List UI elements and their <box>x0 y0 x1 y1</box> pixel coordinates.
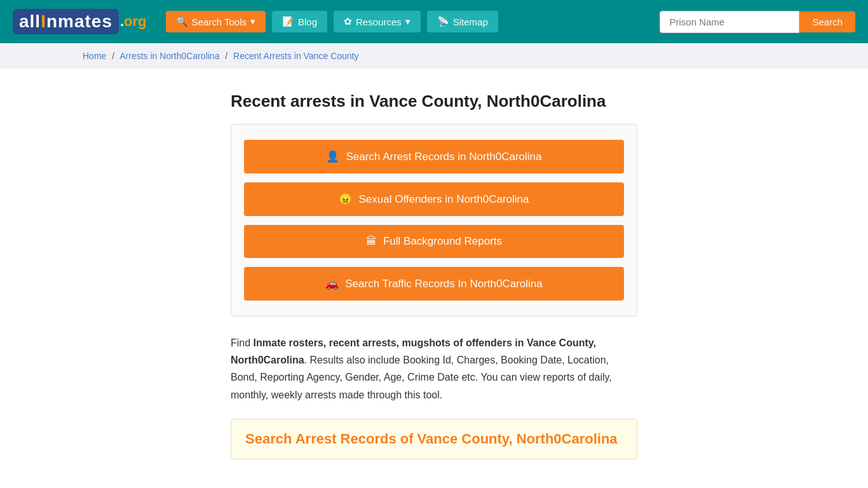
breadcrumb-sep-1: / <box>112 51 114 61</box>
traffic-records-label: Search Traffic Records In North0Carolina <box>345 278 543 290</box>
sexual-offenders-label: Sexual Offenders in North0Carolina <box>358 193 529 206</box>
resources-button[interactable]: ✿ Resources ▾ <box>334 11 421 32</box>
logo-text: allInmates <box>13 9 119 34</box>
search-arrest-records-button[interactable]: 👤 Search Arrest Records in North0Carolin… <box>244 140 624 173</box>
arrest-records-icon: 👤 <box>326 150 339 163</box>
sitemap-label: Sitemap <box>453 17 488 27</box>
resources-icon: ✿ <box>344 16 352 27</box>
arrest-records-label: Search Arrest Records in North0Carolina <box>346 151 541 163</box>
prison-search-button[interactable]: Search <box>799 11 855 32</box>
logo-all: all <box>19 11 41 31</box>
blog-button[interactable]: 📝 Blog <box>272 11 327 32</box>
breadcrumb-current: Recent Arrests in Vance County <box>233 51 358 61</box>
traffic-records-icon: 🚗 <box>325 277 339 290</box>
main-content: Recent arrests in Vance County, North0Ca… <box>148 69 720 485</box>
search-records-box: Search Arrest Records of Vance County, N… <box>231 419 637 459</box>
logo: allInmates .org <box>13 9 147 34</box>
logo-in: I <box>41 11 46 31</box>
full-background-reports-button[interactable]: 🏛 Full Background Reports <box>244 225 624 258</box>
action-box: 👤 Search Arrest Records in North0Carolin… <box>231 124 637 316</box>
background-reports-label: Full Background Reports <box>383 235 502 248</box>
sitemap-icon: 📡 <box>437 16 449 27</box>
prison-search-label: Search <box>812 17 843 27</box>
logo-org-highlight: org <box>124 13 146 29</box>
breadcrumb-sep-2: / <box>225 51 227 61</box>
background-reports-icon: 🏛 <box>366 235 377 248</box>
search-traffic-records-button[interactable]: 🚗 Search Traffic Records In North0Caroli… <box>244 267 624 301</box>
blog-label: Blog <box>298 17 317 27</box>
desc-prefix: Find <box>231 337 254 348</box>
logo-org: .org <box>120 13 147 30</box>
sexual-offenders-button[interactable]: 😠 Sexual Offenders in North0Carolina <box>244 182 624 216</box>
search-records-title: Search Arrest Records of Vance County, N… <box>245 431 623 447</box>
description-text: Find Inmate rosters, recent arrests, mug… <box>231 334 637 403</box>
prison-name-input[interactable] <box>660 11 799 33</box>
blog-icon: 📝 <box>282 16 294 27</box>
resources-chevron-icon: ▾ <box>405 16 410 27</box>
search-tools-chevron-icon: ▾ <box>250 16 255 27</box>
search-tools-label: Search Tools <box>192 17 247 27</box>
logo-mates: nmates <box>46 11 112 31</box>
prison-search-group: Search <box>660 11 855 33</box>
search-tools-button[interactable]: 🔍 Search Tools ▾ <box>166 11 266 32</box>
page-title: Recent arrests in Vance County, North0Ca… <box>231 92 637 111</box>
sitemap-button[interactable]: 📡 Sitemap <box>427 11 498 32</box>
breadcrumb-home-link[interactable]: Home <box>83 51 106 61</box>
breadcrumb-arrests-link[interactable]: Arrests in North0Carolina <box>119 51 219 61</box>
resources-label: Resources <box>356 17 402 27</box>
search-tools-icon: 🔍 <box>176 16 188 27</box>
breadcrumb: Home / Arrests in North0Carolina / Recen… <box>0 43 868 69</box>
navbar: allInmates .org 🔍 Search Tools ▾ 📝 Blog … <box>0 0 868 43</box>
sexual-offenders-icon: 😠 <box>339 193 352 206</box>
